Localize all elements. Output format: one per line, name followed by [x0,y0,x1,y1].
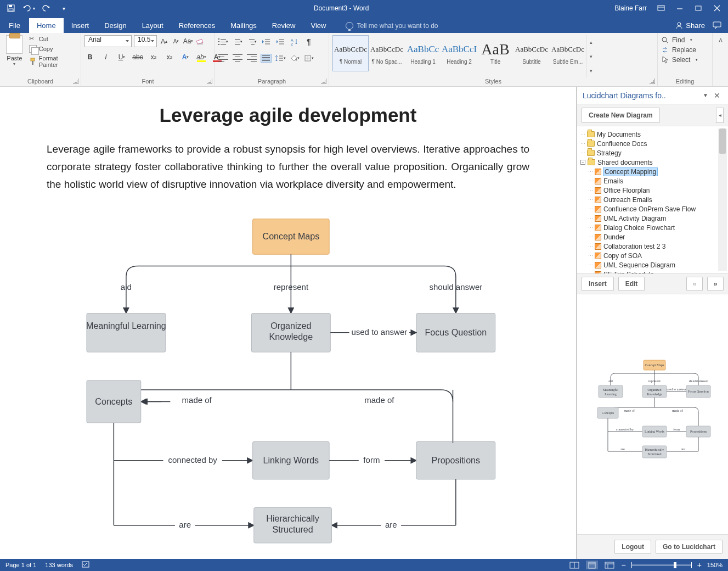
tree-doc-collaboration-test-2-3[interactable]: ⋯Collaboration test 2 3 [577,242,728,251]
multilevel-list-button[interactable]: ▾ [247,36,257,47]
font-size-select[interactable]: 10.5 [134,35,157,47]
bold-button[interactable]: B [84,52,95,63]
style-title[interactable]: AaBTitle [477,35,513,71]
underline-button[interactable]: U▾ [116,52,127,63]
tab-insert[interactable]: Insert [64,18,97,33]
tab-layout[interactable]: Layout [134,18,171,33]
panel-close-button[interactable]: ✕ [712,91,723,100]
tree-doc-copy-of-soa[interactable]: ⋯Copy of SOA [577,251,728,260]
justify-button[interactable] [261,53,271,64]
tree-doc-dialog-choice-flowchart[interactable]: ⋯Dialog Choice Flowchart [577,223,728,232]
tree-doc-sf-trip-schedule[interactable]: ⋯SF Trip Schedule [577,270,728,273]
tree-doc-uml-sequence-diagram[interactable]: ⋯UML Sequence Diagram [577,260,728,270]
numbering-button[interactable]: ▾ [233,36,242,47]
page-indicator[interactable]: Page 1 of 1 [5,562,36,568]
ribbon-display-icon[interactable] [657,4,665,13]
decrease-indent-button[interactable] [261,36,271,47]
zoom-level[interactable]: 150% [707,562,723,568]
document-tree[interactable]: ⋯My Documents⋯Confluence Docs⋯Strategy−S… [577,126,728,273]
tree-doc-office-floorplan[interactable]: ⋯Office Floorplan [577,186,728,195]
tree-doc-concept-mapping[interactable]: ⋯Concept Mapping [577,167,728,176]
edit-button[interactable]: Edit [618,277,645,291]
tab-view[interactable]: View [303,18,334,33]
borders-button[interactable]: ▾ [304,53,314,64]
redo-icon[interactable] [42,4,50,13]
maximize-icon[interactable] [694,4,703,13]
tab-home[interactable]: Home [29,18,64,33]
format-painter-button[interactable]: Format Painter [29,55,77,68]
comments-icon[interactable] [713,21,721,30]
styles-scroll-up[interactable]: ▴ [586,35,596,49]
read-mode-button[interactable] [568,561,580,569]
dialog-launcher-icon[interactable] [207,79,212,84]
spellcheck-icon[interactable] [82,561,92,569]
paste-button[interactable]: Paste ▾ [3,35,26,66]
clear-formatting-button[interactable] [195,36,205,47]
tab-design[interactable]: Design [97,18,134,33]
replace-button[interactable]: Replace [661,46,698,54]
font-family-select[interactable]: Arial [84,35,132,47]
dialog-launcher-icon[interactable] [650,79,655,84]
tab-references[interactable]: References [171,18,223,33]
style--no-spac-[interactable]: AaBbCcDc¶ No Spac... [369,35,405,71]
tree-doc-uml-activity-diagram[interactable]: ⋯UML Activity Diagram [577,214,728,223]
tab-mailings[interactable]: Mailings [223,18,264,33]
insert-button[interactable]: Insert [582,277,614,291]
superscript-button[interactable]: x2 [164,52,175,63]
collapse-ribbon-button[interactable]: ʌ [713,33,728,86]
user-name[interactable]: Blaine Farr [614,4,647,12]
logout-button[interactable]: Logout [614,540,651,554]
save-icon[interactable] [7,4,15,13]
prev-page-button[interactable]: « [686,277,703,291]
tell-me-search[interactable]: Tell me what you want to do [346,22,438,33]
next-page-button[interactable]: » [707,277,724,291]
zoom-in-button[interactable]: + [697,561,702,569]
text-effects-button[interactable]: A▾ [180,52,191,63]
change-case-button[interactable]: Aa▾ [183,36,193,47]
tree-folder-strategy[interactable]: ⋯Strategy [577,148,728,158]
find-button[interactable]: Find▾ [661,36,698,44]
word-count[interactable]: 133 words [45,562,73,568]
tab-review[interactable]: Review [264,18,303,33]
web-layout-button[interactable] [603,561,616,569]
tree-doc-emails[interactable]: ⋯Emails [577,176,728,186]
tree-folder-my-documents[interactable]: ⋯My Documents [577,130,728,139]
zoom-out-button[interactable]: − [621,561,625,569]
select-button[interactable]: Select▾ [661,56,698,64]
align-right-button[interactable] [247,53,257,64]
tree-folder-confluence-docs[interactable]: ⋯Confluence Docs [577,139,728,148]
goto-lucidchart-button[interactable]: Go to Lucidchart [656,540,723,554]
style-subtle-em-[interactable]: AaBbCcDcSubtle Em... [550,35,586,71]
align-left-button[interactable] [218,53,228,64]
share-button[interactable]: Share [675,21,705,30]
zoom-slider[interactable] [631,564,692,566]
style-subtitle[interactable]: AaBbCcDcSubtitle [513,35,550,71]
highlight-button[interactable]: ab▾ [196,52,207,63]
close-icon[interactable] [713,4,721,13]
tree-doc-confluence-onprem-save-flow[interactable]: ⋯Confluence OnPrem Save Flow [577,204,728,214]
undo-icon[interactable]: ▾ [24,4,33,13]
document-area[interactable]: Leverage agile development Leverage agil… [0,87,577,559]
panel-menu-button[interactable]: ▼ [699,92,712,98]
strikethrough-button[interactable]: abc [132,52,143,63]
increase-indent-button[interactable] [275,36,285,47]
tree-scrollbar[interactable] [718,128,727,271]
style--normal[interactable]: AaBbCcDc¶ Normal [332,35,369,71]
italic-button[interactable]: I [100,52,111,63]
tree-folder-shared-documents[interactable]: −Shared documents [577,158,728,167]
cut-button[interactable]: ✂ Cut [29,35,77,43]
shading-button[interactable]: ▾ [290,53,300,64]
create-diagram-button[interactable]: Create New Diagram [582,108,660,123]
tab-file[interactable]: File [0,18,29,33]
styles-more-button[interactable]: ▾ [586,64,596,78]
copy-button[interactable]: Copy [29,45,77,53]
sort-button[interactable]: AZ [290,36,300,47]
shrink-font-button[interactable]: A▾ [171,36,181,47]
minimize-icon[interactable] [675,4,684,13]
dialog-launcher-icon[interactable] [321,79,326,84]
qat-customize-icon[interactable]: ▾ [59,4,68,13]
style-heading-2[interactable]: AaBbCcIHeading 2 [441,35,477,71]
grow-font-button[interactable]: A▴ [159,36,169,47]
style-heading-1[interactable]: AaBbCcHeading 1 [405,35,441,71]
subscript-button[interactable]: x2 [148,52,159,63]
